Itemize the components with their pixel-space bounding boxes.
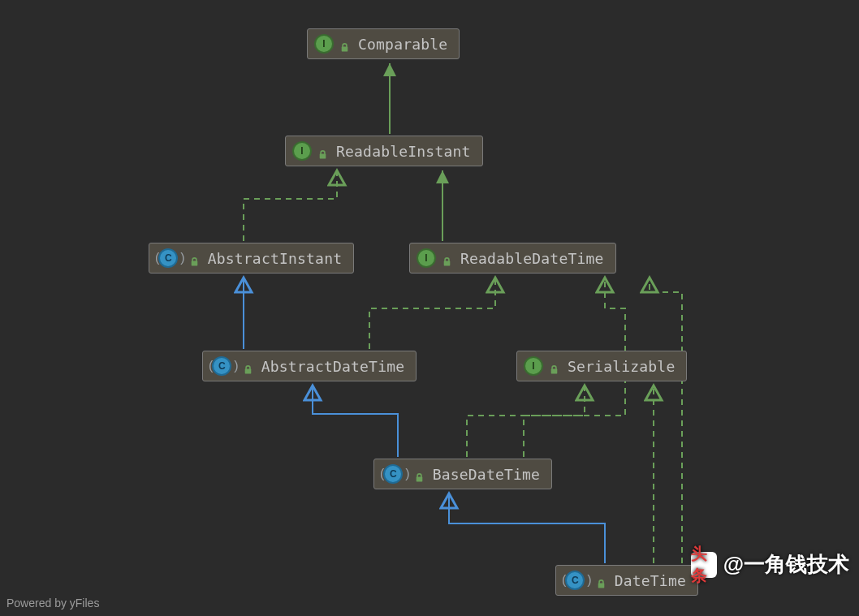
node-label: ReadableDateTime — [460, 250, 604, 267]
class-icon: C — [158, 248, 178, 268]
node-abstract-datetime[interactable]: ( C ) AbstractDateTime — [202, 351, 417, 381]
watermark-logo-icon: 头条 — [691, 552, 717, 578]
class-icon: C — [383, 464, 403, 484]
node-label: AbstractDateTime — [261, 358, 405, 375]
lock-icon — [339, 39, 350, 50]
class-icon: C — [212, 356, 231, 376]
node-label: ReadableInstant — [336, 143, 471, 160]
node-label: Serializable — [568, 358, 675, 375]
lock-icon — [317, 146, 328, 157]
lock-icon — [189, 253, 200, 264]
watermark-text: @一角钱技术 — [723, 550, 849, 579]
paren-icon: ) — [234, 359, 238, 373]
watermark: 头条 @一角钱技术 — [691, 550, 849, 579]
node-comparable[interactable]: I Comparable — [307, 28, 460, 59]
paren-icon: ) — [587, 573, 591, 588]
node-label: BaseDateTime — [433, 466, 540, 483]
node-serializable[interactable]: I Serializable — [516, 351, 687, 381]
node-readable-instant[interactable]: I ReadableInstant — [285, 136, 483, 166]
lock-icon — [414, 469, 425, 480]
lock-icon — [442, 253, 452, 264]
lock-icon — [549, 361, 559, 372]
lock-icon — [243, 361, 253, 372]
edges-layer — [0, 0, 859, 616]
node-abstract-instant[interactable]: ( C ) AbstractInstant — [149, 243, 354, 274]
node-label: AbstractInstant — [208, 250, 343, 267]
node-label: DateTime — [615, 572, 686, 589]
powered-by-label: Powered by yFiles — [6, 597, 99, 610]
class-icon: C — [565, 571, 585, 590]
node-label: Comparable — [358, 36, 447, 53]
interface-icon: I — [314, 34, 334, 54]
interface-icon: I — [417, 248, 436, 268]
paren-icon: ) — [405, 467, 409, 481]
lock-icon — [596, 575, 606, 586]
node-datetime[interactable]: ( C ) DateTime — [555, 565, 698, 596]
node-base-datetime[interactable]: ( C ) BaseDateTime — [373, 459, 552, 489]
paren-icon: ) — [180, 251, 184, 265]
interface-icon: I — [292, 141, 312, 161]
interface-icon: I — [524, 356, 543, 376]
node-readable-datetime[interactable]: I ReadableDateTime — [409, 243, 616, 274]
